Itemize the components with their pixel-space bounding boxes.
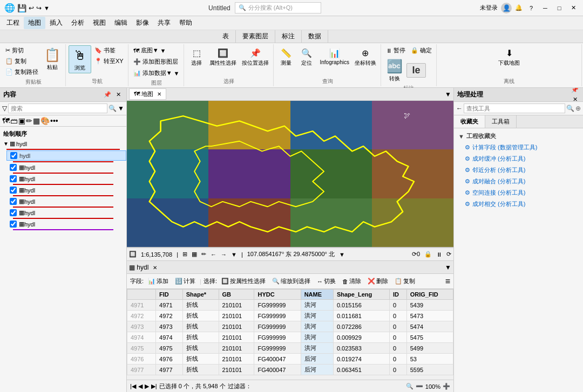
btn-calc-field[interactable]: 🔢 计算 — [173, 276, 198, 286]
layer-icon-1[interactable]: 🗺 — [2, 116, 10, 125]
geo-tool-item[interactable]: ⚙ 成对缓冲 (分析工具) — [456, 153, 581, 164]
lock-icon[interactable]: 🔒 — [424, 251, 432, 258]
rotate-icon[interactable]: ⟳0 — [412, 251, 420, 258]
quick-access-undo[interactable]: ↩ — [29, 4, 34, 12]
ribbon-tab-table[interactable]: 表 — [216, 30, 236, 43]
menu-help[interactable]: 帮助 — [175, 17, 196, 29]
btn-copy[interactable]: 📋 复制 — [3, 56, 40, 66]
draw-icon[interactable]: ✏ — [201, 251, 206, 258]
refresh-icon[interactable]: ⟳ — [446, 251, 451, 258]
menu-insert[interactable]: 插入 — [45, 17, 67, 29]
geo-search-input[interactable] — [464, 104, 565, 113]
map-dropdown-icon[interactable]: ▼ — [445, 91, 451, 98]
btn-basemap[interactable]: 🗺 底图▼ ▼ — [131, 45, 168, 56]
geo-tab-toolbox[interactable]: 工具箱 — [485, 115, 517, 128]
global-search-box[interactable]: 🔍 分分搜索 (Alt+Q) — [235, 2, 321, 13]
nav-back-icon[interactable]: ← — [211, 251, 216, 258]
nav-fwd-icon[interactable]: → — [221, 251, 227, 258]
btn-pause[interactable]: ⏸ 暂停 — [384, 45, 408, 56]
geo-tool-item[interactable]: ⚙ 计算字段 (数据管理工具) — [456, 142, 581, 153]
customize-quick-access[interactable]: ▼ — [44, 5, 50, 11]
list-item[interactable]: ▼ ▦ hydl — [0, 139, 126, 148]
col-header-fid[interactable]: FID — [156, 290, 183, 300]
btn-measure[interactable]: 📏 测量 — [276, 45, 296, 68]
menu-project[interactable]: 工程 — [2, 17, 24, 29]
coord-dropdown[interactable]: ▼ — [339, 251, 345, 258]
layer-checkbox[interactable] — [10, 221, 17, 228]
layer-icon-5[interactable]: ▦ — [33, 116, 40, 125]
pause-map-icon[interactable]: ⏸ — [436, 251, 442, 258]
nav-prev-icon[interactable]: ◀ — [138, 383, 143, 390]
list-item[interactable]: ▦ hydl — [6, 219, 126, 229]
geo-tool-item[interactable]: ⚙ 成对相交 (分析工具) — [456, 198, 581, 210]
close-btn[interactable]: ✕ — [568, 3, 579, 13]
list-item[interactable]: ▦ hydl — [6, 174, 126, 183]
search-icon[interactable]: 🔍 — [109, 105, 117, 112]
notification-icon[interactable]: 🔔 — [515, 4, 523, 11]
ribbon-tab-feature-layer[interactable]: 要素图层 — [236, 30, 275, 43]
col-header-id[interactable]: ID — [389, 290, 406, 300]
btn-paste[interactable]: 📋 粘贴 — [42, 45, 63, 72]
layer-icon-4[interactable]: ✏ — [26, 116, 32, 125]
col-header-orig-fid[interactable]: ORIG_FID — [406, 290, 453, 300]
layer-icon-3[interactable]: ▣ — [18, 116, 25, 125]
btn-ie[interactable]: Ie — [406, 63, 426, 78]
nav-first-icon[interactable]: |◀ — [130, 383, 136, 390]
geo-tool-item[interactable]: ⚙ 成对融合 (分析工具) — [456, 176, 581, 187]
col-header-name[interactable]: NAME — [301, 290, 333, 300]
nav-next-icon[interactable]: ▶ — [145, 383, 149, 390]
btn-zoom-to-select[interactable]: 🔍 缩放到选择 — [270, 276, 313, 286]
layer-icon-6[interactable]: 🎨 — [40, 116, 50, 125]
geo-tool-item[interactable]: ⚙ 邻近分析 (分析工具) — [456, 164, 581, 176]
col-header-shape-leng[interactable]: Shape_Leng — [333, 290, 389, 300]
layer-checkbox[interactable] — [10, 209, 17, 216]
zoom-percent-icon[interactable]: 🔍 — [406, 383, 413, 390]
contents-close[interactable]: ✕ — [113, 90, 123, 100]
quick-access-save[interactable]: 💾 — [17, 4, 26, 12]
menu-share[interactable]: 共享 — [153, 17, 175, 29]
layer-checkbox[interactable] — [10, 187, 17, 194]
list-item[interactable]: ▦ hydl — [6, 197, 126, 206]
btn-select[interactable]: ⬚ 选择 — [187, 45, 206, 68]
btn-bookmark[interactable]: 🔖 书签 — [92, 45, 126, 56]
menu-edit[interactable]: 编辑 — [110, 17, 132, 29]
table-options-icon[interactable]: ≡ — [445, 277, 450, 286]
search-options-icon[interactable]: ▼ — [118, 105, 124, 112]
table-view-icon[interactable]: ▦ — [192, 251, 197, 258]
attr-table-content[interactable]: FID Shape* GB HYDC NAME Shape_Leng ID OR… — [127, 289, 453, 380]
list-item[interactable]: hydl — [6, 150, 126, 161]
nav-last-icon[interactable]: ▶| — [151, 383, 157, 390]
table-close-icon[interactable]: ✕ — [153, 265, 157, 271]
layer-more-icon[interactable]: ••• — [50, 116, 58, 125]
list-item[interactable]: ▦ hydl — [6, 163, 126, 172]
geo-auto-hide[interactable]: 📌 — [570, 88, 580, 95]
btn-coord-transform[interactable]: ⊕ 坐标转换 — [352, 45, 378, 68]
btn-browse[interactable]: 🖱 浏览 — [69, 45, 91, 73]
quick-access-redo[interactable]: ↪ — [36, 4, 42, 12]
btn-add-field[interactable]: 📊 添加 — [146, 276, 171, 286]
btn-location-select[interactable]: 📌 按位置选择 — [240, 45, 271, 68]
layer-checkbox[interactable] — [10, 164, 17, 171]
layer-icon-2[interactable]: 🗃 — [10, 116, 18, 125]
contents-search-input[interactable] — [8, 104, 107, 113]
btn-attr-select[interactable]: 🔲 属性性选择 — [207, 45, 239, 68]
geo-search-icon[interactable]: 🔍 — [566, 105, 574, 112]
btn-locate[interactable]: 🔍 定位 — [297, 45, 316, 68]
zoom-out-icon[interactable]: ➖ — [416, 383, 423, 390]
btn-clear-select[interactable]: 🗑 清除 — [340, 276, 363, 286]
btn-goto-xy[interactable]: 📍 转至XY — [92, 56, 126, 66]
map-close-icon[interactable]: ✕ — [157, 91, 161, 97]
geo-section-title[interactable]: ▼ 工程收藏夹 — [456, 130, 581, 142]
statusbar-dropdown[interactable]: ▼ — [231, 251, 237, 258]
col-header-num[interactable] — [127, 290, 156, 300]
layer-checkbox[interactable] — [10, 198, 17, 205]
minimize-btn[interactable]: ─ — [540, 3, 551, 13]
btn-copy-select[interactable]: 📋 复制 — [392, 276, 417, 286]
btn-add-data[interactable]: 📊 添加数据▼ ▼ — [131, 68, 182, 78]
table-row[interactable]: 4974 4974 折线 210101 FG999999 洪河 0.009929… — [127, 332, 453, 343]
btn-switch-select[interactable]: ↔ 切换 — [315, 276, 338, 286]
geo-tool-item[interactable]: ⚙ 空间连接 (分析工具) — [456, 187, 581, 198]
geo-back-icon[interactable]: ← — [456, 105, 463, 112]
table-row[interactable]: 4971 4971 折线 210101 FG999999 洪河 0.015156… — [127, 300, 453, 311]
col-header-shape[interactable]: Shape* — [182, 290, 219, 300]
